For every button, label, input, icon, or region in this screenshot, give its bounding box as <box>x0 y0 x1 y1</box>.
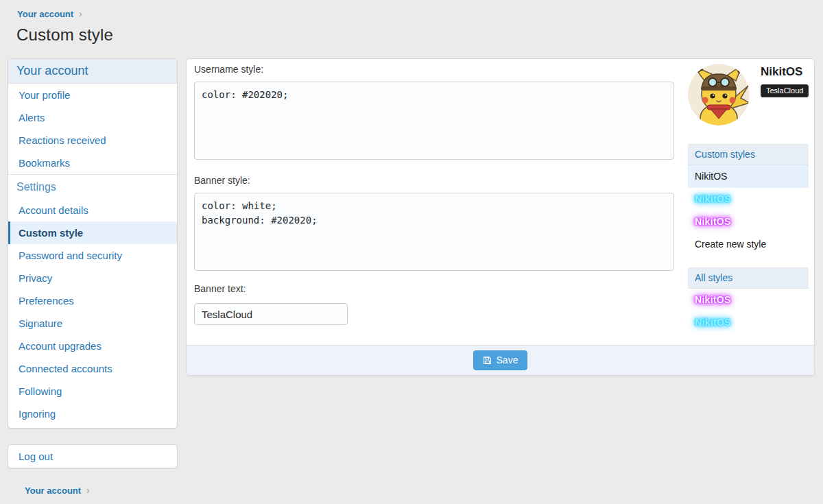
style-preview-column: NikitOS TeslaCloud Custom styles NikitOS… <box>688 64 809 334</box>
chevron-right-icon: › <box>79 8 82 19</box>
logout-panel: Log out <box>8 444 178 468</box>
profile-meta: NikitOS TeslaCloud <box>761 64 809 125</box>
profile-username: NikitOS <box>761 65 809 79</box>
sidebar-subheader-settings: Settings <box>8 174 177 199</box>
save-button-label: Save <box>497 355 518 365</box>
sidebar-item-following[interactable]: Following <box>8 380 177 403</box>
sidebar-item-account-upgrades[interactable]: Account upgrades <box>8 335 177 357</box>
all-styles-item-neon-cyan[interactable]: NikitOS <box>688 311 809 334</box>
custom-style-item-neon-cyan[interactable]: NikitOS <box>688 188 809 211</box>
breadcrumb-bottom: Your account› <box>8 468 178 496</box>
floppy-disk-icon <box>483 356 492 365</box>
sidebar-item-ignoring[interactable]: Ignoring <box>8 403 177 425</box>
custom-styles-header: Custom styles <box>688 144 809 165</box>
sidebar-item-your-profile[interactable]: Your profile <box>8 84 177 106</box>
banner-text-input[interactable] <box>194 303 348 325</box>
sidebar-item-signature[interactable]: Signature <box>8 312 177 335</box>
username-style-textarea[interactable]: color: #202020; <box>194 82 674 160</box>
sidebar-item-alerts[interactable]: Alerts <box>8 106 177 129</box>
breadcrumb-link-your-account[interactable]: Your account <box>17 9 73 19</box>
sidebar-padding <box>8 425 177 428</box>
save-bar: Save <box>187 345 814 375</box>
sidebar-item-custom-style[interactable]: Custom style <box>8 221 177 244</box>
custom-style-item-neon-magenta[interactable]: NikitOS <box>688 211 809 233</box>
chevron-right-icon: › <box>86 485 90 496</box>
profile-preview: NikitOS TeslaCloud <box>688 64 809 125</box>
pikachu-avatar-image <box>688 64 750 125</box>
banner-style-textarea[interactable]: color: white; background: #202020; <box>194 193 674 271</box>
page-title: Custom style <box>16 25 823 45</box>
account-custom-style-page: Your account› Custom style Your account … <box>0 0 823 496</box>
sidebar-item-privacy[interactable]: Privacy <box>8 267 177 289</box>
custom-style-form-panel: Username style: color: #202020; Banner s… <box>186 58 815 376</box>
account-sidebar: Your account Your profile Alerts Reactio… <box>8 58 178 496</box>
breadcrumb: Your account› <box>0 8 823 19</box>
create-new-style-link[interactable]: Create new style <box>688 233 809 256</box>
avatar <box>688 64 750 125</box>
profile-banner-badge: TeslaCloud <box>761 84 809 97</box>
sidebar-header: Your account <box>8 59 177 84</box>
banner-style-label: Banner style: <box>194 175 674 187</box>
username-style-label: Username style: <box>194 64 674 75</box>
custom-styles-block: Custom styles NikitOS NikitOS NikitOS Cr… <box>688 144 809 256</box>
sidebar-item-bookmarks[interactable]: Bookmarks <box>8 152 177 174</box>
custom-style-item-current[interactable]: NikitOS <box>688 165 809 188</box>
all-styles-item-neon-magenta[interactable]: NikitOS <box>688 289 809 311</box>
save-button[interactable]: Save <box>473 350 528 370</box>
account-nav-panel: Your account Your profile Alerts Reactio… <box>8 58 178 429</box>
sidebar-item-preferences[interactable]: Preferences <box>8 289 177 312</box>
styled-username-preview: NikitOS <box>695 294 731 305</box>
sidebar-item-password-and-security[interactable]: Password and security <box>8 244 177 267</box>
sidebar-item-connected-accounts[interactable]: Connected accounts <box>8 357 177 380</box>
all-styles-header: All styles <box>688 267 809 289</box>
sidebar-item-reactions-received[interactable]: Reactions received <box>8 129 177 152</box>
custom-style-form: Username style: color: #202020; Banner s… <box>194 64 674 334</box>
sidebar-item-account-details[interactable]: Account details <box>8 199 177 221</box>
logout-link[interactable]: Log out <box>8 445 177 468</box>
styled-username-preview: NikitOS <box>695 216 731 227</box>
styled-username-preview: NikitOS <box>695 317 731 328</box>
banner-text-label: Banner text: <box>194 283 674 295</box>
all-styles-block: All styles NikitOS NikitOS <box>688 267 809 334</box>
breadcrumb-bottom-link-your-account[interactable]: Your account <box>25 485 81 496</box>
styled-username-preview: NikitOS <box>695 193 731 204</box>
